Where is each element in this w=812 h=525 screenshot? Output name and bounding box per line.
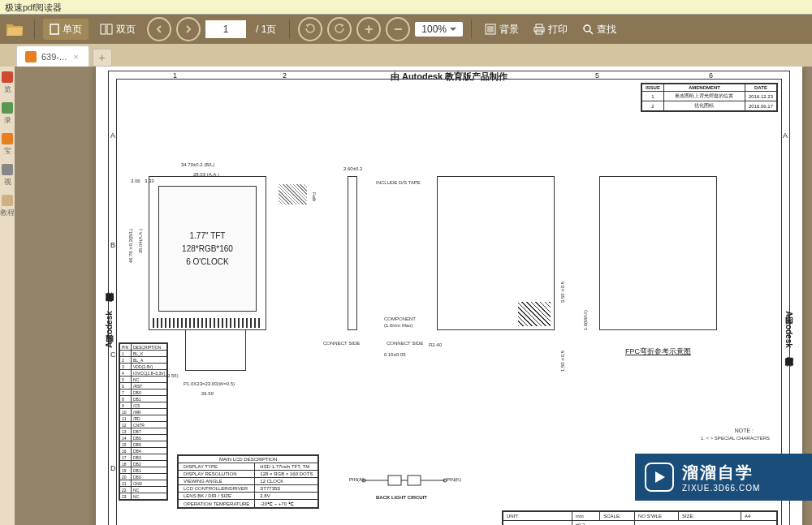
- tft-back-view: [437, 176, 555, 330]
- svg-rect-1: [101, 24, 106, 34]
- prev-page-button[interactable]: [147, 17, 171, 41]
- sidebar-icon: [2, 71, 13, 83]
- sidebar-item-4[interactable]: 教程: [0, 191, 15, 221]
- main-toolbar: 单页 双页 / 1页 + − 100% 背景 打印 查找: [0, 15, 812, 44]
- svg-point-8: [584, 25, 590, 32]
- window-titlebar: 极速pdf阅读器: [0, 0, 812, 15]
- revision-table: ISSUEAMENDMENTDATE 1更改图纸上背光焊盘的位置2016.12.…: [641, 83, 778, 112]
- dim-pitch: P1.0X23=23.00(W=0.5): [184, 381, 235, 386]
- new-tab-button[interactable]: +: [93, 49, 112, 67]
- tft-label-1: 1.77" TFT: [190, 230, 226, 243]
- pin-a-label: PIN(A): [349, 477, 364, 482]
- search-icon: [582, 24, 594, 35]
- double-page-button[interactable]: 双页: [93, 19, 142, 40]
- dim-outer-w: 34.70±0.2 (B/L): [181, 162, 214, 167]
- sidebar-item-3[interactable]: 视: [0, 161, 15, 190]
- sidebar-item-2[interactable]: 宝: [0, 130, 15, 159]
- dim-fold-h: 9.50±0.5: [560, 282, 565, 303]
- background-button[interactable]: 背景: [480, 23, 524, 37]
- next-page-button[interactable]: [176, 17, 201, 41]
- front-active-area: 1.77" TFT 128*RGB*160 6 O'CLOCK: [158, 186, 257, 312]
- dim-gap1: 3.06: [131, 179, 140, 183]
- background-label: 背景: [499, 23, 519, 37]
- rotate-left-button[interactable]: [298, 17, 322, 41]
- sidebar-icon: [2, 164, 13, 175]
- rotate-right-button[interactable]: [327, 17, 352, 41]
- dim-inner-w: 28.03 (A.A.): [193, 172, 219, 177]
- watermark-title: 溜溜自学: [682, 462, 760, 484]
- zoom-dropdown[interactable]: 100%: [415, 22, 463, 37]
- sidebar-item-0[interactable]: 览: [0, 68, 15, 97]
- backlight-circuit: PIN(A) PIN(K) BACK LIGHT CIRCUIT: [356, 472, 453, 497]
- front-fpc: [185, 330, 246, 371]
- page-number-input[interactable]: [205, 20, 246, 38]
- print-button[interactable]: 打印: [529, 23, 572, 37]
- dim-side-w: 2.60±0.2: [343, 166, 362, 171]
- plus-icon: +: [99, 51, 106, 64]
- front-pins: [153, 318, 262, 328]
- dim-fpc-w: 26.50: [201, 391, 214, 396]
- tft-side-view: [348, 176, 357, 330]
- sidebar-icon: [2, 102, 13, 114]
- zoom-value: 100%: [421, 24, 447, 35]
- open-folder-icon[interactable]: [3, 18, 26, 41]
- watermark-logo: [645, 463, 674, 492]
- zoom-out-button[interactable]: −: [386, 17, 410, 41]
- grid-num-6: 6: [709, 71, 713, 80]
- chevron-down-icon: [450, 28, 456, 32]
- autodesk-left: 由 Autodesk 教育版产品制作: [104, 308, 115, 350]
- description-table: MAIN LCD DESCRIPTION DISPLAY TYPEHSD 1.7…: [177, 454, 319, 509]
- fold-outline: [599, 176, 717, 330]
- grid-num-1: 1: [173, 71, 177, 80]
- pin-table: PINDESCRIPTION1BL_K2BL_A3VDD(2.8V)4IOVCC…: [119, 342, 168, 501]
- double-page-label: 双页: [116, 23, 136, 37]
- watermark-badge: 溜溜自学 ZIXUE.3D66.COM: [635, 454, 812, 501]
- dim-tape: INCLUDE D/S TAPE: [376, 180, 421, 185]
- sidebar-icon: [2, 133, 13, 144]
- tft-fold-view: FPC弯折参考示意图: [599, 176, 717, 330]
- dim-inner-h: 35.04(A.A.): [138, 229, 143, 253]
- tab-bar: 639-... × +: [0, 44, 812, 67]
- grid-num-2: 2: [283, 71, 287, 80]
- autodesk-right: 由 Autodesk 教育版产品制作: [783, 308, 794, 350]
- grid-letter-d-l: D: [110, 464, 116, 472]
- dim-connect: CONNECT SIDE: [323, 341, 360, 346]
- backlight-label: BACK LIGHT CIRCUIT: [376, 495, 427, 500]
- app-title: 极速pdf阅读器: [5, 2, 62, 12]
- single-page-label: 单页: [63, 23, 82, 37]
- title-block: UNIT:mm SCALE:NO S'WLE SIZE:A4 GENERAL T…: [502, 510, 778, 525]
- side-outline: [348, 176, 357, 330]
- search-button[interactable]: 查找: [577, 23, 621, 37]
- tab-close-button[interactable]: ×: [71, 52, 80, 62]
- grid-letter-a-r: A: [783, 131, 788, 140]
- watermark-url: ZIXUE.3D66.COM: [682, 484, 760, 493]
- zoom-in-button[interactable]: +: [356, 17, 381, 41]
- autodesk-header: 由 Autodesk 教育版产品制作: [391, 71, 508, 83]
- sidebar-item-1[interactable]: 录: [0, 99, 15, 128]
- sidebar-icon: [2, 195, 13, 206]
- tft-label-2: 128*RGB*160: [182, 243, 233, 256]
- back-outline: [437, 176, 555, 330]
- dim-r: R2.40: [429, 342, 442, 347]
- svg-rect-2: [107, 24, 112, 34]
- single-page-button[interactable]: 单页: [43, 19, 89, 40]
- grid-letter-c-l: C: [110, 351, 116, 359]
- back-hatch: [518, 302, 551, 326]
- corner-hatch: [279, 184, 307, 204]
- dim-thickness: 0.15±0.05: [384, 352, 406, 357]
- separator: [471, 19, 472, 39]
- tft-label-3: 6 O'CLOCK: [186, 256, 228, 269]
- note-1: 1. < > SPECIAL CHARACTERS: [701, 436, 770, 441]
- search-label: 查找: [597, 23, 616, 37]
- background-icon: [485, 24, 496, 35]
- dim-conn-side: CONNECT SIDE: [387, 341, 423, 346]
- pdf-icon: [25, 51, 37, 62]
- separator: [289, 19, 290, 39]
- document-tab[interactable]: 639-... ×: [16, 45, 89, 67]
- svg-rect-5: [536, 24, 542, 28]
- pin-k-label: PIN(K): [447, 477, 461, 482]
- dim-fold-h2: 1.50±0.5: [560, 351, 565, 372]
- grid-letter-a-l: A: [110, 131, 115, 140]
- separator: [34, 19, 35, 39]
- print-icon: [533, 24, 545, 35]
